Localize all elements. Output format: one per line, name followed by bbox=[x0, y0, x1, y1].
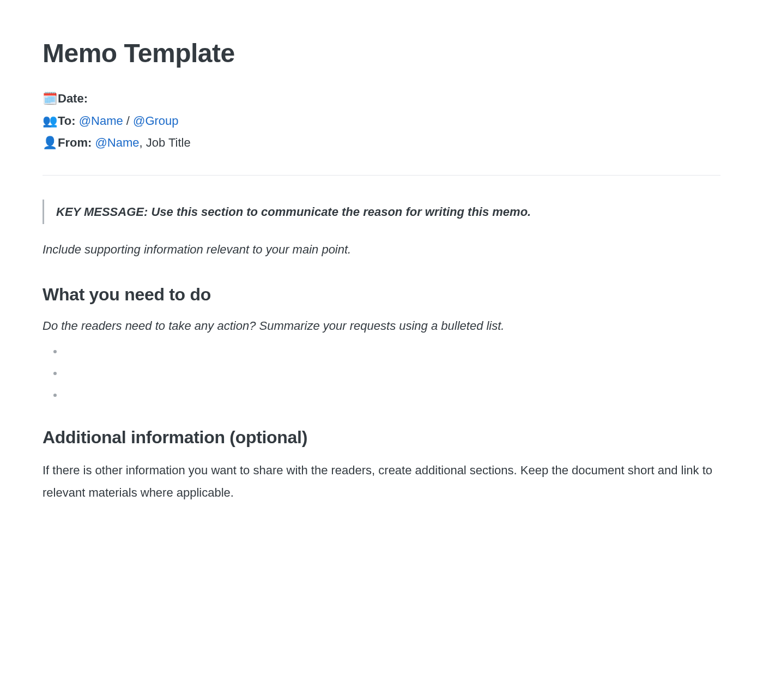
key-message-block[interactable]: KEY MESSAGE: Use this section to communi… bbox=[43, 200, 720, 224]
divider bbox=[43, 175, 720, 176]
meta-to-line[interactable]: 👥To: @Name / @Group bbox=[43, 110, 720, 132]
action-list[interactable] bbox=[43, 345, 720, 401]
meta-date-line[interactable]: 🗓️Date: bbox=[43, 88, 720, 110]
key-message-text: KEY MESSAGE: Use this section to communi… bbox=[56, 205, 531, 219]
calendar-icon: 🗓️ bbox=[43, 88, 58, 110]
additional-heading: Additional information (optional) bbox=[43, 427, 720, 448]
to-name-mention[interactable]: @Name bbox=[79, 114, 123, 128]
from-suffix: , Job Title bbox=[139, 136, 190, 149]
list-item[interactable] bbox=[53, 366, 720, 379]
to-separator: / bbox=[123, 114, 133, 128]
person-icon: 👤 bbox=[43, 132, 58, 154]
list-item[interactable] bbox=[53, 345, 720, 358]
memo-meta: 🗓️Date: 👥To: @Name / @Group 👤From: @Name… bbox=[43, 88, 720, 154]
list-item[interactable] bbox=[53, 388, 720, 401]
people-icon: 👥 bbox=[43, 110, 58, 132]
from-name-mention[interactable]: @Name bbox=[95, 136, 139, 149]
actions-prompt[interactable]: Do the readers need to take any action? … bbox=[43, 317, 720, 335]
from-label: From: bbox=[58, 136, 92, 149]
to-group-mention[interactable]: @Group bbox=[133, 114, 178, 128]
additional-body[interactable]: If there is other information you want t… bbox=[43, 460, 720, 504]
page-title: Memo Template bbox=[43, 38, 720, 68]
to-label: To: bbox=[58, 114, 76, 128]
actions-heading: What you need to do bbox=[43, 285, 720, 305]
supporting-text[interactable]: Include supporting information relevant … bbox=[43, 240, 720, 258]
date-label: Date: bbox=[58, 92, 88, 105]
meta-from-line[interactable]: 👤From: @Name, Job Title bbox=[43, 132, 720, 154]
